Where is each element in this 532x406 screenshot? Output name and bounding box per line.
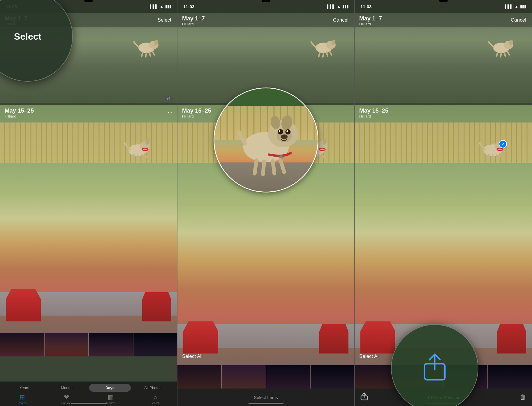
thumb-3[interactable] [89,333,133,356]
notch-1 [84,0,93,2]
time-3: 11:03 [360,4,371,9]
status-icons-3: ▌▌▌ ▲ ▮▮▮ [505,4,526,9]
signal-icon-2: ▌▌▌ [327,4,335,9]
section2-header-1: May 15–25 Hilliard [0,105,177,120]
tab-years-1[interactable]: Years [3,384,45,392]
thumb-2-2[interactable] [222,365,265,388]
thumb-2-3[interactable] [266,365,310,388]
svg-point-36 [285,129,290,134]
magnifier-2 [214,88,318,192]
trash-button-3[interactable]: 🗑 [520,393,526,401]
wifi-icon-2: ▲ [337,4,341,9]
section2-date-1: May 15–25 [5,107,172,114]
cancel-button-3[interactable]: Cancel [511,17,526,23]
select-all-2[interactable]: Select All [182,354,202,359]
status-bar-2: 11:03 ▌▌▌ ▲ ▮▮▮ [177,0,354,13]
phone-panel-1: May 1–7 Hilliard +1 [0,0,177,406]
phone-panel-3: May 1–7 Hilliard May 15–25 Hillia [354,0,532,406]
svg-line-11 [137,155,138,160]
photos-icon-1: ⊞ [20,393,25,401]
checkmark-3: ✓ [499,140,507,148]
tab-days-1[interactable]: Days [89,384,131,392]
search-icon-1: ⌕ [153,393,157,401]
wifi-icon-1: ▲ [160,4,163,9]
tab-allphotos-1[interactable]: All Photos [132,384,174,392]
thumb-2-4[interactable] [311,365,354,388]
thumb-strip-2 [177,365,354,388]
photos-label-1: Photos [17,402,27,405]
nav-header-2: Cancel [177,13,354,27]
svg-point-35 [278,129,283,134]
time-2: 11:03 [183,4,194,9]
svg-line-55 [488,155,489,159]
notch-2 [262,0,270,2]
signal-icon-1: ▌▌▌ [150,4,158,9]
svg-line-21 [330,51,332,55]
section2-1: May 15–25 Hilliard ··· [0,105,177,356]
svg-line-20 [327,52,327,56]
more-dots-1[interactable]: ··· [168,108,172,115]
svg-line-49 [501,52,501,57]
status-bar-3: 11:03 ▌▌▌ ▲ ▮▮▮ [355,0,532,13]
battery-icon-2: ▮▮▮ [342,4,348,9]
status-icons-1: ▌▌▌ ▲ ▮▮▮ [150,4,171,9]
pug-large-bg-2 [214,88,318,192]
section2-header-3: May 15–25 Hilliard [355,105,532,120]
nav-search-1[interactable]: ⌕ Search [133,393,177,405]
select-button-1[interactable]: Select [158,17,171,23]
section2-date-3: May 15–25 [359,107,527,114]
nav-header-3: Cancel [355,13,532,27]
svg-line-19 [323,52,324,57]
select-items-label-2: Select Items [254,395,278,400]
checkmark-icon-3: ✓ [501,141,505,147]
tab-bar-1: Years Months Days All Photos ⊞ Photos ❤ … [0,382,177,406]
status-icons-2: ▌▌▌ ▲ ▮▮▮ [327,4,348,9]
thumb-4[interactable] [133,333,177,356]
svg-line-6 [152,51,154,55]
search-label-1: Search [150,402,160,405]
notch-3 [439,0,448,2]
thumb-strip-1 [0,333,177,356]
albums-label-1: Albums [106,402,115,405]
svg-line-51 [507,51,509,55]
svg-line-43 [273,161,274,174]
svg-line-18 [319,52,320,57]
tab-months-1[interactable]: Months [46,384,88,392]
section2-location-3: Hilliard [359,114,527,118]
svg-line-44 [280,160,284,172]
time-view-tabs-1: Years Months Days All Photos [0,382,177,392]
svg-line-58 [499,153,501,157]
share-callout-3 [391,324,478,406]
share-button-3[interactable] [360,392,368,402]
signal-icon-3: ▌▌▌ [505,4,513,9]
wifi-icon-3: ▲ [515,4,518,9]
svg-line-42 [263,161,264,174]
plus-badge-1: +1 [165,96,172,102]
svg-line-13 [145,153,147,157]
thumb-2[interactable] [45,333,89,356]
svg-line-4 [146,52,147,57]
battery-icon-3: ▮▮▮ [520,4,526,9]
svg-line-41 [255,160,257,174]
select-all-3[interactable]: Select All [359,354,380,359]
foryou-icon-1: ❤ [64,393,69,401]
home-indicator-1 [71,403,106,404]
svg-line-28 [322,153,324,157]
battery-icon-1: ▮▮▮ [165,4,171,9]
thumb-2-1[interactable] [177,365,221,388]
share-icon-large-3 [420,352,449,384]
svg-line-50 [504,52,505,56]
svg-line-56 [492,155,493,160]
select-callout-text-1: Select [14,31,41,42]
thumb-3-4[interactable] [488,365,532,388]
thumb-1[interactable] [0,333,44,356]
cancel-button-2[interactable]: Cancel [333,17,348,23]
section2-location-1: Hilliard [5,114,172,118]
svg-point-38 [286,130,288,132]
svg-line-10 [133,155,134,159]
nav-photos-1[interactable]: ⊞ Photos [0,393,44,405]
home-indicator-2 [249,403,283,404]
svg-line-3 [142,52,143,57]
svg-point-37 [279,130,280,132]
svg-point-39 [281,134,287,139]
